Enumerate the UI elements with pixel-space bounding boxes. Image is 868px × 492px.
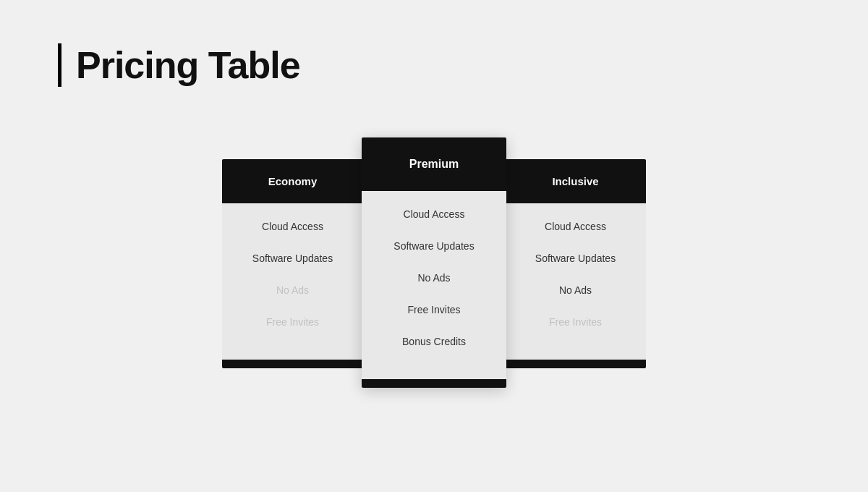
card-footer-economy: [222, 360, 363, 368]
card-inclusive: InclusiveCloud AccessSoftware UpdatesNo …: [505, 159, 646, 368]
card-premium: PremiumCloud AccessSoftware UpdatesNo Ad…: [362, 137, 506, 388]
feature-software-updates: Software Updates: [362, 230, 506, 262]
card-header-inclusive: Inclusive: [505, 159, 646, 203]
card-body-inclusive: Cloud AccessSoftware UpdatesNo AdsFree I…: [505, 203, 646, 352]
page-title: Pricing Table: [76, 43, 300, 87]
feature-no-ads: No Ads: [362, 262, 506, 294]
card-body-economy: Cloud AccessSoftware UpdatesNo AdsFree I…: [222, 203, 363, 352]
feature-cloud-access: Cloud Access: [222, 211, 363, 242]
card-economy: EconomyCloud AccessSoftware UpdatesNo Ad…: [222, 159, 363, 368]
title-accent-bar: [58, 43, 61, 87]
page-header: Pricing Table: [0, 0, 868, 116]
feature-software-updates: Software Updates: [505, 242, 646, 274]
card-header-premium: Premium: [362, 137, 506, 191]
card-footer-inclusive: [505, 360, 646, 368]
feature-software-updates: Software Updates: [222, 242, 363, 274]
feature-cloud-access: Cloud Access: [362, 198, 506, 230]
feature-free-invites: Free Invites: [362, 294, 506, 326]
card-footer-premium: [362, 379, 506, 388]
feature-cloud-access: Cloud Access: [505, 211, 646, 242]
feature-no-ads: No Ads: [505, 274, 646, 306]
card-body-premium: Cloud AccessSoftware UpdatesNo AdsFree I…: [362, 191, 506, 372]
cards-container: EconomyCloud AccessSoftware UpdatesNo Ad…: [0, 116, 868, 388]
feature-no-ads: No Ads: [222, 274, 363, 306]
feature-free-invites: Free Invites: [222, 306, 363, 338]
card-header-economy: Economy: [222, 159, 363, 203]
feature-free-invites: Free Invites: [505, 306, 646, 338]
feature-bonus-credits: Bonus Credits: [362, 326, 506, 357]
